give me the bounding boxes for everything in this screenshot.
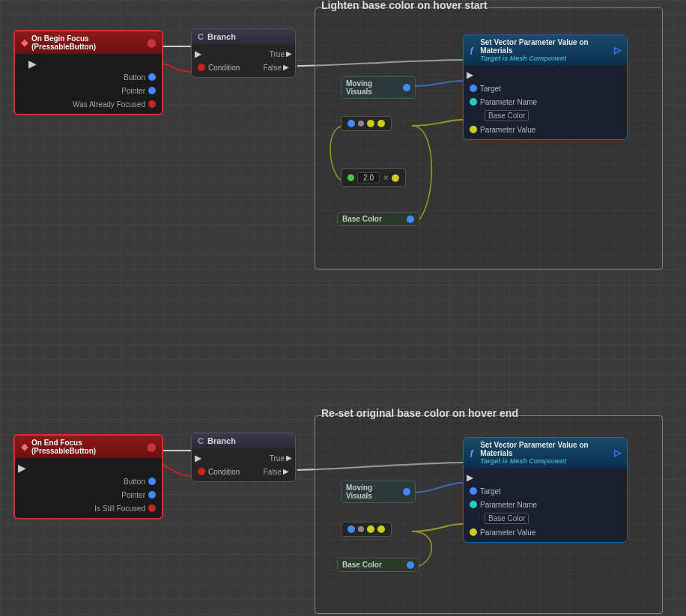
make-color-top-node — [341, 116, 392, 131]
setvec-top-param-name: Parameter Name — [464, 95, 627, 109]
branch-top-header: C Branch — [192, 29, 295, 44]
event-end-header: ◆ On End Focus (PressableButton) ⬤ — [15, 436, 162, 458]
branch-top-exec-in: ▶ True ▶ — [192, 47, 295, 61]
branch-top-condition: Condition False ▶ — [192, 61, 295, 74]
branch-bottom-exec-in: ▶ True ▶ — [192, 451, 295, 465]
multiply-x[interactable]: ✕ — [383, 174, 389, 182]
setvec-top-subtitle: Target is Mesh Component — [480, 55, 610, 62]
event-end-exec-out: ▶ — [15, 461, 162, 475]
setvec-top-label: Set Vector Parameter Value on Materials — [480, 38, 610, 55]
setvec-bottom-param-value: Parameter Value — [464, 525, 627, 539]
branch-bottom-node: C Branch ▶ True ▶ Condition False ▶ — [191, 433, 296, 482]
setvec-bottom-target: Target — [464, 484, 627, 498]
moving-visuals-top-label: Moving Visuals — [346, 79, 399, 96]
group-bottom-title: Re-set original base color on hover end — [321, 407, 518, 419]
moving-visuals-top-node: Moving Visuals — [341, 76, 416, 99]
event-begin-label: On Begin Focus (PressableButton) — [31, 34, 143, 51]
event-end-node: ◆ On End Focus (PressableButton) ⬤ ▶ But… — [13, 434, 163, 519]
setvec-bottom-subtitle: Target is Mesh Component — [480, 457, 610, 465]
setvec-bottom-header: ƒ Set Vector Parameter Value on Material… — [464, 438, 627, 468]
setvec-bottom-param-name: Parameter Name — [464, 498, 627, 511]
setvec-bottom-exec-in: ▶ — [464, 471, 627, 484]
event-begin-button: Button — [15, 70, 162, 84]
event-begin-exec-out: ▶ — [15, 57, 162, 70]
multiply-top-node: ✕ — [341, 168, 406, 187]
setvec-top-param-name-val: Base Color — [464, 109, 627, 123]
branch-bottom-condition: Condition False ▶ — [192, 465, 295, 478]
setvec-top-exec-in: ▶ — [464, 68, 627, 82]
branch-top-node: C Branch ▶ True ▶ Condition False ▶ — [191, 28, 296, 78]
event-end-focused: Is Still Focused — [15, 501, 162, 515]
branch-top-label: Branch — [207, 32, 236, 41]
setvec-bottom-param-name-val: Base Color — [464, 511, 627, 525]
branch-bottom-header: C Branch — [192, 433, 295, 448]
base-color-bottom-header: Base Color — [338, 558, 419, 571]
event-begin-node: ◆ On Begin Focus (PressableButton) ⬤ ▶ B… — [13, 30, 163, 115]
group-top-title: Lighten base color on hover start — [321, 0, 488, 11]
event-begin-pointer: Pointer — [15, 84, 162, 97]
base-color-top-label: Base Color — [342, 215, 382, 223]
base-color-top-header: Base Color — [338, 213, 419, 225]
moving-visuals-bottom-node: Moving Visuals — [341, 481, 416, 503]
setvec-bottom-label: Set Vector Parameter Value on Materials — [480, 441, 610, 457]
event-end-label: On End Focus (PressableButton) — [31, 439, 143, 455]
moving-visuals-bottom-header: Moving Visuals — [342, 481, 415, 502]
setvec-top-target: Target — [464, 82, 627, 95]
event-end-button: Button — [15, 475, 162, 488]
base-color-top-node: Base Color — [337, 212, 419, 226]
setvec-top-node: ƒ Set Vector Parameter Value on Material… — [463, 34, 628, 140]
moving-visuals-bottom-label: Moving Visuals — [346, 484, 399, 500]
setvec-bottom-node: ƒ Set Vector Parameter Value on Material… — [463, 437, 628, 543]
branch-bottom-label: Branch — [207, 436, 236, 445]
base-color-bottom-node: Base Color — [337, 558, 419, 572]
moving-visuals-top-header: Moving Visuals — [342, 77, 415, 98]
base-color-bottom-label: Base Color — [342, 561, 382, 569]
event-end-pointer: Pointer — [15, 488, 162, 501]
make-color-bottom-node — [341, 522, 392, 537]
event-begin-focused: Was Already Focused — [15, 97, 162, 111]
setvec-top-header: ƒ Set Vector Parameter Value on Material… — [464, 35, 627, 65]
setvec-top-param-value: Parameter Value — [464, 123, 627, 136]
multiply-value[interactable] — [357, 172, 380, 183]
event-begin-header: ◆ On Begin Focus (PressableButton) ⬤ — [15, 31, 162, 54]
